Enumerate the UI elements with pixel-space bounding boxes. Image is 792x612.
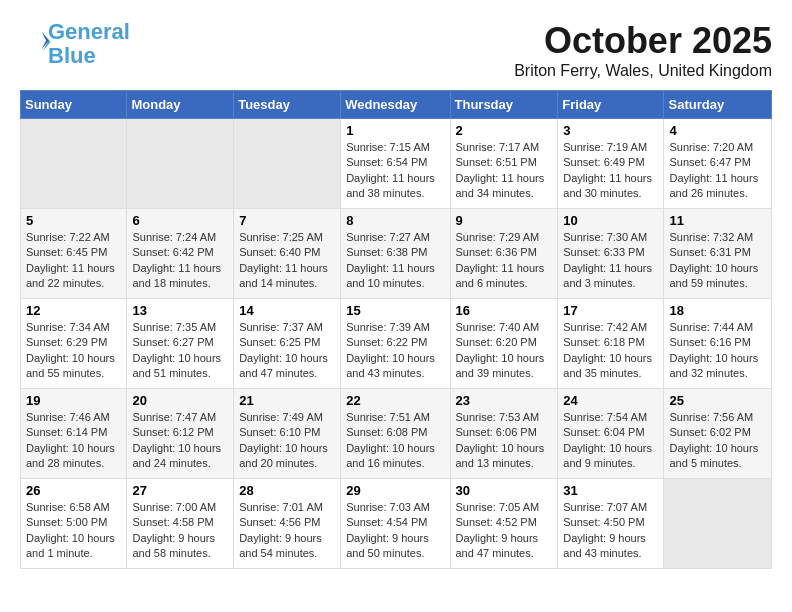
day-info: Sunrise: 7:29 AM Sunset: 6:36 PM Dayligh…	[456, 230, 553, 292]
day-number: 21	[239, 393, 335, 408]
day-number: 17	[563, 303, 658, 318]
calendar-cell: 3Sunrise: 7:19 AM Sunset: 6:49 PM Daylig…	[558, 119, 664, 209]
day-info: Sunrise: 7:24 AM Sunset: 6:42 PM Dayligh…	[132, 230, 228, 292]
calendar-cell: 5Sunrise: 7:22 AM Sunset: 6:45 PM Daylig…	[21, 209, 127, 299]
header-friday: Friday	[558, 91, 664, 119]
day-number: 22	[346, 393, 444, 408]
calendar-cell: 29Sunrise: 7:03 AM Sunset: 4:54 PM Dayli…	[341, 479, 450, 569]
day-info: Sunrise: 7:44 AM Sunset: 6:16 PM Dayligh…	[669, 320, 766, 382]
day-number: 9	[456, 213, 553, 228]
header-monday: Monday	[127, 91, 234, 119]
day-info: Sunrise: 7:53 AM Sunset: 6:06 PM Dayligh…	[456, 410, 553, 472]
calendar-cell: 27Sunrise: 7:00 AM Sunset: 4:58 PM Dayli…	[127, 479, 234, 569]
day-info: Sunrise: 7:49 AM Sunset: 6:10 PM Dayligh…	[239, 410, 335, 472]
calendar-cell: 31Sunrise: 7:07 AM Sunset: 4:50 PM Dayli…	[558, 479, 664, 569]
day-number: 10	[563, 213, 658, 228]
calendar-cell: 13Sunrise: 7:35 AM Sunset: 6:27 PM Dayli…	[127, 299, 234, 389]
week-row-1: 1Sunrise: 7:15 AM Sunset: 6:54 PM Daylig…	[21, 119, 772, 209]
day-number: 7	[239, 213, 335, 228]
calendar-cell: 21Sunrise: 7:49 AM Sunset: 6:10 PM Dayli…	[234, 389, 341, 479]
day-info: Sunrise: 7:17 AM Sunset: 6:51 PM Dayligh…	[456, 140, 553, 202]
day-number: 23	[456, 393, 553, 408]
calendar-cell: 8Sunrise: 7:27 AM Sunset: 6:38 PM Daylig…	[341, 209, 450, 299]
day-number: 6	[132, 213, 228, 228]
day-info: Sunrise: 7:27 AM Sunset: 6:38 PM Dayligh…	[346, 230, 444, 292]
location: Briton Ferry, Wales, United Kingdom	[514, 62, 772, 80]
day-number: 29	[346, 483, 444, 498]
day-info: Sunrise: 6:58 AM Sunset: 5:00 PM Dayligh…	[26, 500, 121, 562]
week-row-2: 5Sunrise: 7:22 AM Sunset: 6:45 PM Daylig…	[21, 209, 772, 299]
logo-text: General Blue	[48, 20, 130, 68]
day-info: Sunrise: 7:25 AM Sunset: 6:40 PM Dayligh…	[239, 230, 335, 292]
day-info: Sunrise: 7:15 AM Sunset: 6:54 PM Dayligh…	[346, 140, 444, 202]
day-info: Sunrise: 7:42 AM Sunset: 6:18 PM Dayligh…	[563, 320, 658, 382]
day-number: 26	[26, 483, 121, 498]
calendar-cell: 25Sunrise: 7:56 AM Sunset: 6:02 PM Dayli…	[664, 389, 772, 479]
calendar-cell	[664, 479, 772, 569]
day-number: 4	[669, 123, 766, 138]
day-number: 14	[239, 303, 335, 318]
day-info: Sunrise: 7:51 AM Sunset: 6:08 PM Dayligh…	[346, 410, 444, 472]
week-row-4: 19Sunrise: 7:46 AM Sunset: 6:14 PM Dayli…	[21, 389, 772, 479]
day-number: 13	[132, 303, 228, 318]
header-saturday: Saturday	[664, 91, 772, 119]
day-info: Sunrise: 7:19 AM Sunset: 6:49 PM Dayligh…	[563, 140, 658, 202]
day-info: Sunrise: 7:03 AM Sunset: 4:54 PM Dayligh…	[346, 500, 444, 562]
day-number: 27	[132, 483, 228, 498]
day-info: Sunrise: 7:47 AM Sunset: 6:12 PM Dayligh…	[132, 410, 228, 472]
day-info: Sunrise: 7:37 AM Sunset: 6:25 PM Dayligh…	[239, 320, 335, 382]
day-number: 31	[563, 483, 658, 498]
day-number: 5	[26, 213, 121, 228]
day-number: 11	[669, 213, 766, 228]
day-info: Sunrise: 7:34 AM Sunset: 6:29 PM Dayligh…	[26, 320, 121, 382]
day-number: 19	[26, 393, 121, 408]
day-info: Sunrise: 7:32 AM Sunset: 6:31 PM Dayligh…	[669, 230, 766, 292]
day-info: Sunrise: 7:39 AM Sunset: 6:22 PM Dayligh…	[346, 320, 444, 382]
day-info: Sunrise: 7:35 AM Sunset: 6:27 PM Dayligh…	[132, 320, 228, 382]
day-info: Sunrise: 7:46 AM Sunset: 6:14 PM Dayligh…	[26, 410, 121, 472]
calendar-cell: 22Sunrise: 7:51 AM Sunset: 6:08 PM Dayli…	[341, 389, 450, 479]
header-sunday: Sunday	[21, 91, 127, 119]
calendar-cell: 20Sunrise: 7:47 AM Sunset: 6:12 PM Dayli…	[127, 389, 234, 479]
calendar-cell	[21, 119, 127, 209]
week-row-5: 26Sunrise: 6:58 AM Sunset: 5:00 PM Dayli…	[21, 479, 772, 569]
header-thursday: Thursday	[450, 91, 558, 119]
calendar-cell: 11Sunrise: 7:32 AM Sunset: 6:31 PM Dayli…	[664, 209, 772, 299]
calendar-cell: 6Sunrise: 7:24 AM Sunset: 6:42 PM Daylig…	[127, 209, 234, 299]
day-info: Sunrise: 7:20 AM Sunset: 6:47 PM Dayligh…	[669, 140, 766, 202]
day-info: Sunrise: 7:30 AM Sunset: 6:33 PM Dayligh…	[563, 230, 658, 292]
calendar-cell: 10Sunrise: 7:30 AM Sunset: 6:33 PM Dayli…	[558, 209, 664, 299]
calendar-cell: 26Sunrise: 6:58 AM Sunset: 5:00 PM Dayli…	[21, 479, 127, 569]
calendar-cell: 15Sunrise: 7:39 AM Sunset: 6:22 PM Dayli…	[341, 299, 450, 389]
header-wednesday: Wednesday	[341, 91, 450, 119]
calendar-cell: 28Sunrise: 7:01 AM Sunset: 4:56 PM Dayli…	[234, 479, 341, 569]
day-number: 24	[563, 393, 658, 408]
day-info: Sunrise: 7:56 AM Sunset: 6:02 PM Dayligh…	[669, 410, 766, 472]
calendar-cell: 14Sunrise: 7:37 AM Sunset: 6:25 PM Dayli…	[234, 299, 341, 389]
calendar-cell: 30Sunrise: 7:05 AM Sunset: 4:52 PM Dayli…	[450, 479, 558, 569]
day-info: Sunrise: 7:00 AM Sunset: 4:58 PM Dayligh…	[132, 500, 228, 562]
day-number: 8	[346, 213, 444, 228]
page-header: General Blue October 2025 Briton Ferry, …	[20, 20, 772, 80]
day-number: 30	[456, 483, 553, 498]
day-info: Sunrise: 7:40 AM Sunset: 6:20 PM Dayligh…	[456, 320, 553, 382]
calendar-cell: 9Sunrise: 7:29 AM Sunset: 6:36 PM Daylig…	[450, 209, 558, 299]
day-number: 16	[456, 303, 553, 318]
day-info: Sunrise: 7:05 AM Sunset: 4:52 PM Dayligh…	[456, 500, 553, 562]
calendar-cell: 7Sunrise: 7:25 AM Sunset: 6:40 PM Daylig…	[234, 209, 341, 299]
day-number: 2	[456, 123, 553, 138]
calendar-cell: 1Sunrise: 7:15 AM Sunset: 6:54 PM Daylig…	[341, 119, 450, 209]
header-row: SundayMondayTuesdayWednesdayThursdayFrid…	[21, 91, 772, 119]
calendar-cell: 18Sunrise: 7:44 AM Sunset: 6:16 PM Dayli…	[664, 299, 772, 389]
title-block: October 2025 Briton Ferry, Wales, United…	[514, 20, 772, 80]
day-number: 18	[669, 303, 766, 318]
week-row-3: 12Sunrise: 7:34 AM Sunset: 6:29 PM Dayli…	[21, 299, 772, 389]
calendar-cell	[234, 119, 341, 209]
calendar-cell: 23Sunrise: 7:53 AM Sunset: 6:06 PM Dayli…	[450, 389, 558, 479]
calendar-cell: 19Sunrise: 7:46 AM Sunset: 6:14 PM Dayli…	[21, 389, 127, 479]
calendar-cell: 17Sunrise: 7:42 AM Sunset: 6:18 PM Dayli…	[558, 299, 664, 389]
day-info: Sunrise: 7:07 AM Sunset: 4:50 PM Dayligh…	[563, 500, 658, 562]
calendar-cell: 12Sunrise: 7:34 AM Sunset: 6:29 PM Dayli…	[21, 299, 127, 389]
day-number: 15	[346, 303, 444, 318]
calendar-cell: 16Sunrise: 7:40 AM Sunset: 6:20 PM Dayli…	[450, 299, 558, 389]
